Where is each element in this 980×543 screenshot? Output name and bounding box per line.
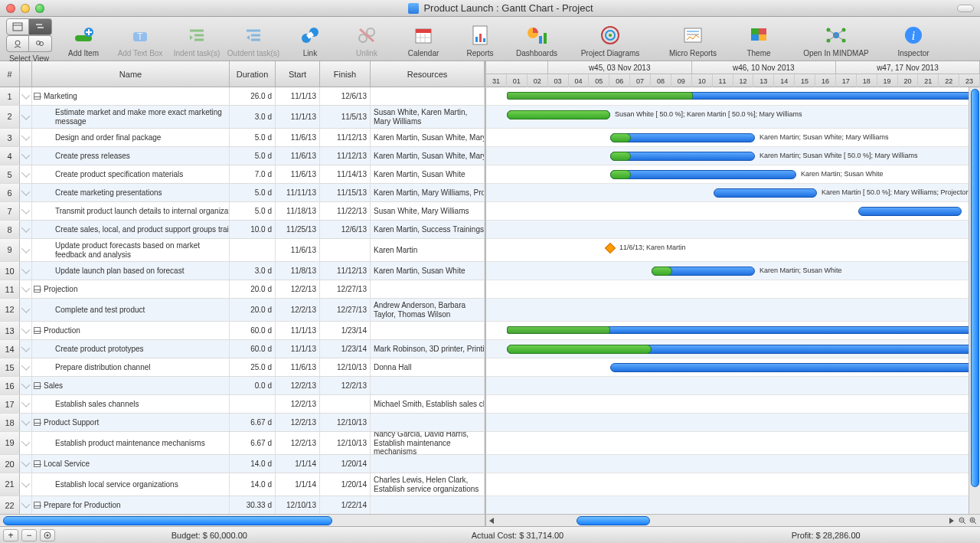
task-duration[interactable]: 25.0 d: [230, 358, 276, 376]
task-start[interactable]: 12/2/13: [276, 395, 320, 413]
disclosure-icon[interactable]: [34, 382, 41, 389]
task-resources[interactable]: Susan White, Mary Williams: [371, 202, 485, 220]
col-finish[interactable]: Finish: [320, 61, 371, 87]
task-resources[interactable]: Karen Martin: [371, 239, 485, 261]
task-resources[interactable]: [371, 377, 485, 394]
task-name[interactable]: Establish sales channels: [32, 395, 230, 413]
task-finish[interactable]: 12/27/13: [320, 299, 371, 321]
task-resources[interactable]: [371, 322, 485, 339]
disclosure-icon[interactable]: [34, 502, 41, 509]
grid-hscroll[interactable]: [0, 514, 485, 526]
task-name[interactable]: Update launch plan based on forecast: [32, 262, 230, 280]
predecessor-icon[interactable]: [20, 147, 32, 165]
view-usage-button[interactable]: [29, 35, 52, 52]
task-duration[interactable]: 7.0 d: [230, 165, 276, 183]
calendar-button[interactable]: Calendar: [398, 23, 449, 57]
predecessor-icon[interactable]: [20, 184, 32, 201]
table-row[interactable]: 4Create press releases5.0 d11/6/1311/12/…: [0, 147, 485, 165]
task-start[interactable]: 11/6/13: [276, 358, 320, 376]
predecessor-icon[interactable]: [20, 129, 32, 146]
task-start[interactable]: 11/8/13: [276, 262, 320, 280]
timeline-row[interactable]: [486, 414, 969, 432]
task-finish[interactable]: 12/27/13: [320, 280, 371, 298]
task-resources[interactable]: Karen Martin, Susan White, Mary Williams: [371, 147, 485, 165]
table-row[interactable]: 20Local Service14.0 d1/1/141/20/14: [0, 455, 485, 473]
predecessor-icon[interactable]: [20, 473, 32, 496]
task-duration[interactable]: 3.0 d: [230, 106, 276, 128]
task-duration[interactable]: 6.67 d: [230, 432, 276, 454]
view-gantt-button[interactable]: [29, 18, 52, 35]
task-start[interactable]: 1/1/14: [276, 473, 320, 496]
task-finish[interactable]: 11/12/13: [320, 129, 371, 146]
task-resources[interactable]: Michael Smith, Establish sales channels: [371, 395, 485, 413]
unlink-button[interactable]: Unlink: [341, 23, 392, 57]
task-resources[interactable]: Karen Martin, Mary Williams, Projector: [371, 184, 485, 201]
table-row[interactable]: 3Design and order final package5.0 d11/6…: [0, 129, 485, 147]
predecessor-icon[interactable]: [20, 221, 32, 238]
task-resources[interactable]: Karen Martin, Success Trainings corp: [371, 221, 485, 238]
table-row[interactable]: 21Establish local service organizations1…: [0, 473, 485, 496]
predecessor-icon[interactable]: [20, 87, 32, 105]
table-row[interactable]: 14Create product prototypes60.0 d11/1/13…: [0, 340, 485, 358]
task-duration[interactable]: 20.0 d: [230, 280, 276, 298]
task-resources[interactable]: Karen Martin, Susan White, Mary Williams: [371, 129, 485, 146]
project-diagrams-button[interactable]: Project Diagrams: [568, 23, 652, 57]
task-resources[interactable]: Karen Martin, Susan White: [371, 262, 485, 280]
table-row[interactable]: 18Product Support6.67 d12/2/1312/10/13: [0, 414, 485, 432]
task-name[interactable]: Local Service: [32, 455, 230, 473]
zoom-window-button[interactable]: [35, 4, 44, 13]
disclosure-icon[interactable]: [34, 460, 41, 467]
task-name[interactable]: Estimate market and make more exact mark…: [32, 106, 230, 128]
col-name[interactable]: Name: [32, 61, 230, 87]
task-finish[interactable]: 12/10/13: [320, 432, 371, 454]
task-resources[interactable]: [371, 280, 485, 298]
task-duration[interactable]: 0.0 d: [230, 377, 276, 394]
task-start[interactable]: 11/6/13: [276, 165, 320, 183]
table-row[interactable]: 7Transmit product launch details to inte…: [0, 202, 485, 221]
task-name[interactable]: Production: [32, 322, 230, 339]
task-start[interactable]: 11/1/13: [276, 87, 320, 105]
task-finish[interactable]: 1/23/14: [320, 322, 371, 339]
task-finish[interactable]: 12/2/13: [320, 377, 371, 394]
task-resources[interactable]: Susan White, Karen Martin, Mary Williams: [371, 106, 485, 128]
minimize-window-button[interactable]: [21, 4, 30, 13]
timeline-row[interactable]: [486, 280, 969, 299]
table-row[interactable]: 2Estimate market and make more exact mar…: [0, 106, 485, 129]
toolbar-toggle-button[interactable]: [957, 5, 974, 12]
view-resource-button[interactable]: [6, 35, 29, 52]
predecessor-icon[interactable]: [20, 165, 32, 183]
timeline-row[interactable]: [486, 239, 969, 262]
task-resources[interactable]: [371, 455, 485, 473]
col-start[interactable]: Start: [276, 61, 320, 87]
task-duration[interactable]: 30.33 d: [230, 496, 276, 514]
indent-button[interactable]: Indent task(s): [172, 23, 222, 57]
timeline-row[interactable]: [486, 473, 969, 496]
task-name[interactable]: Create press releases: [32, 147, 230, 165]
task-start[interactable]: 11/25/13: [276, 221, 320, 238]
predecessor-icon[interactable]: [20, 432, 32, 454]
predecessor-icon[interactable]: [20, 202, 32, 220]
gantt-task-bar[interactable]: [858, 207, 962, 216]
task-duration[interactable]: 5.0 d: [230, 129, 276, 146]
task-name[interactable]: Prepare for Production: [32, 496, 230, 514]
task-duration[interactable]: 60.0 d: [230, 340, 276, 358]
task-resources[interactable]: Andrew Anderson, Barbara Taylor, Thomas …: [371, 299, 485, 321]
task-name[interactable]: Update product forecasts based on market…: [32, 239, 230, 261]
disclosure-icon[interactable]: [34, 327, 41, 334]
gantt-task-bar[interactable]: [610, 170, 796, 179]
timeline-row[interactable]: [486, 299, 969, 322]
timeline-hscroll[interactable]: [486, 514, 980, 526]
task-name[interactable]: Transmit product launch details to inter…: [32, 202, 230, 220]
task-finish[interactable]: 11/15/13: [320, 184, 371, 201]
task-start[interactable]: 11/18/13: [276, 202, 320, 220]
task-duration[interactable]: 14.0 d: [230, 473, 276, 496]
close-window-button[interactable]: [6, 4, 15, 13]
remove-row-button[interactable]: −: [21, 529, 37, 541]
task-name[interactable]: Sales: [32, 377, 230, 394]
task-name[interactable]: Create marketing presentations: [32, 184, 230, 201]
disclosure-icon[interactable]: [34, 419, 41, 426]
table-row[interactable]: 8Create sales, local, and product suppor…: [0, 221, 485, 239]
theme-button[interactable]: Theme: [733, 23, 784, 57]
task-resources[interactable]: Mark Robinson, 3D printer, Printing mate…: [371, 340, 485, 358]
task-name[interactable]: Create sales, local, and product support…: [32, 221, 230, 238]
